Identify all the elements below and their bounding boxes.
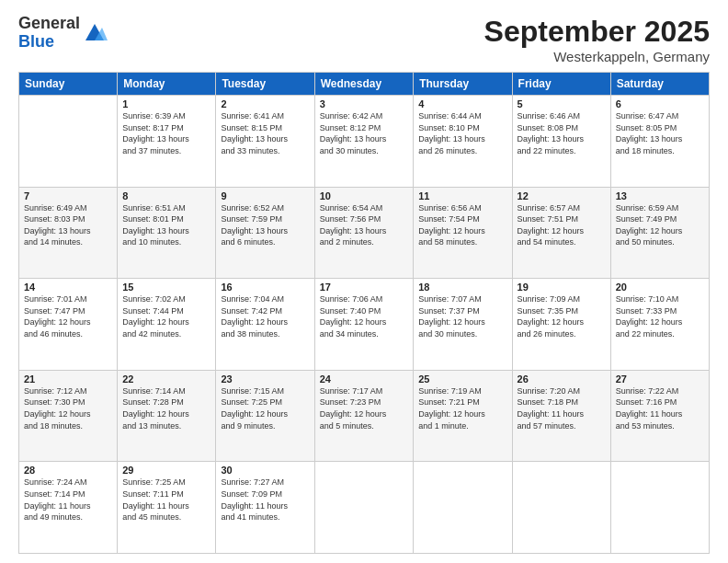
day-info: Sunrise: 7:06 AM Sunset: 7:40 PM Dayligh… bbox=[320, 293, 409, 339]
calendar-cell bbox=[314, 462, 414, 554]
header: General Blue September 2025 Westerkappel… bbox=[18, 15, 710, 64]
day-number: 7 bbox=[24, 190, 112, 201]
day-info: Sunrise: 7:02 AM Sunset: 7:44 PM Dayligh… bbox=[122, 293, 210, 339]
calendar-cell: 1Sunrise: 6:39 AM Sunset: 8:17 PM Daylig… bbox=[118, 96, 216, 188]
day-info: Sunrise: 6:52 AM Sunset: 7:59 PM Dayligh… bbox=[221, 202, 309, 248]
day-info: Sunrise: 7:24 AM Sunset: 7:14 PM Dayligh… bbox=[24, 477, 112, 523]
calendar-cell bbox=[512, 462, 610, 554]
day-info: Sunrise: 6:47 AM Sunset: 8:05 PM Dayligh… bbox=[616, 110, 704, 156]
day-info: Sunrise: 7:12 AM Sunset: 7:30 PM Dayligh… bbox=[24, 385, 112, 431]
day-number: 16 bbox=[221, 282, 309, 293]
calendar-cell: 30Sunrise: 7:27 AM Sunset: 7:09 PM Dayli… bbox=[216, 462, 314, 554]
day-info: Sunrise: 7:27 AM Sunset: 7:09 PM Dayligh… bbox=[221, 477, 309, 523]
logo-icon bbox=[82, 20, 108, 46]
calendar-cell: 24Sunrise: 7:17 AM Sunset: 7:23 PM Dayli… bbox=[314, 370, 414, 462]
day-number: 22 bbox=[122, 373, 210, 385]
day-info: Sunrise: 7:20 AM Sunset: 7:18 PM Dayligh… bbox=[518, 385, 606, 431]
calendar-cell: 23Sunrise: 7:15 AM Sunset: 7:25 PM Dayli… bbox=[216, 370, 314, 462]
day-info: Sunrise: 7:09 AM Sunset: 7:35 PM Dayligh… bbox=[518, 293, 606, 339]
calendar-cell: 14Sunrise: 7:01 AM Sunset: 7:47 PM Dayli… bbox=[19, 279, 118, 371]
day-info: Sunrise: 6:42 AM Sunset: 8:12 PM Dayligh… bbox=[320, 110, 409, 156]
weekday-header: Monday bbox=[118, 73, 216, 96]
logo-general: General bbox=[18, 15, 80, 33]
calendar-cell bbox=[610, 462, 709, 554]
day-number: 9 bbox=[221, 190, 309, 201]
day-number: 4 bbox=[418, 98, 506, 109]
day-number: 26 bbox=[518, 373, 606, 385]
day-number: 28 bbox=[24, 465, 112, 476]
calendar-cell: 29Sunrise: 7:25 AM Sunset: 7:11 PM Dayli… bbox=[118, 462, 216, 554]
location: Westerkappeln, Germany bbox=[484, 49, 710, 64]
calendar-cell: 10Sunrise: 6:54 AM Sunset: 7:56 PM Dayli… bbox=[314, 187, 414, 279]
calendar-cell: 11Sunrise: 6:56 AM Sunset: 7:54 PM Dayli… bbox=[414, 187, 512, 279]
weekday-header: Saturday bbox=[610, 73, 709, 96]
day-info: Sunrise: 6:41 AM Sunset: 8:15 PM Dayligh… bbox=[221, 110, 309, 156]
day-info: Sunrise: 7:14 AM Sunset: 7:28 PM Dayligh… bbox=[122, 385, 210, 431]
logo-blue: Blue bbox=[18, 33, 80, 52]
day-info: Sunrise: 6:44 AM Sunset: 8:10 PM Dayligh… bbox=[418, 110, 506, 156]
calendar-week-row: 1Sunrise: 6:39 AM Sunset: 8:17 PM Daylig… bbox=[19, 96, 710, 188]
calendar-cell: 9Sunrise: 6:52 AM Sunset: 7:59 PM Daylig… bbox=[216, 187, 314, 279]
calendar-week-row: 7Sunrise: 6:49 AM Sunset: 8:03 PM Daylig… bbox=[19, 187, 710, 279]
day-info: Sunrise: 7:17 AM Sunset: 7:23 PM Dayligh… bbox=[320, 385, 409, 431]
calendar-cell: 5Sunrise: 6:46 AM Sunset: 8:08 PM Daylig… bbox=[512, 96, 610, 188]
day-number: 23 bbox=[221, 373, 309, 385]
day-info: Sunrise: 6:56 AM Sunset: 7:54 PM Dayligh… bbox=[418, 202, 506, 248]
day-number: 6 bbox=[616, 98, 704, 109]
calendar-cell: 4Sunrise: 6:44 AM Sunset: 8:10 PM Daylig… bbox=[414, 96, 512, 188]
day-number: 1 bbox=[122, 98, 210, 109]
logo: General Blue bbox=[18, 15, 108, 52]
weekday-header: Thursday bbox=[414, 73, 512, 96]
weekday-header: Tuesday bbox=[216, 73, 314, 96]
day-info: Sunrise: 7:22 AM Sunset: 7:16 PM Dayligh… bbox=[616, 385, 704, 431]
calendar-cell: 21Sunrise: 7:12 AM Sunset: 7:30 PM Dayli… bbox=[19, 370, 118, 462]
weekday-header: Wednesday bbox=[314, 73, 414, 96]
day-info: Sunrise: 7:10 AM Sunset: 7:33 PM Dayligh… bbox=[616, 293, 704, 339]
day-number: 24 bbox=[320, 373, 409, 385]
calendar-week-row: 28Sunrise: 7:24 AM Sunset: 7:14 PM Dayli… bbox=[19, 462, 710, 554]
day-info: Sunrise: 7:25 AM Sunset: 7:11 PM Dayligh… bbox=[122, 477, 210, 523]
calendar-cell bbox=[414, 462, 512, 554]
day-number: 18 bbox=[418, 282, 506, 293]
day-number: 14 bbox=[24, 282, 112, 293]
calendar-cell: 22Sunrise: 7:14 AM Sunset: 7:28 PM Dayli… bbox=[118, 370, 216, 462]
day-number: 25 bbox=[418, 373, 506, 385]
day-info: Sunrise: 7:04 AM Sunset: 7:42 PM Dayligh… bbox=[221, 293, 309, 339]
calendar: SundayMondayTuesdayWednesdayThursdayFrid… bbox=[18, 72, 710, 554]
day-info: Sunrise: 7:15 AM Sunset: 7:25 PM Dayligh… bbox=[221, 385, 309, 431]
calendar-cell: 13Sunrise: 6:59 AM Sunset: 7:49 PM Dayli… bbox=[610, 187, 709, 279]
day-number: 15 bbox=[122, 282, 210, 293]
calendar-cell: 27Sunrise: 7:22 AM Sunset: 7:16 PM Dayli… bbox=[610, 370, 709, 462]
month-title: September 2025 bbox=[484, 15, 710, 49]
day-number: 27 bbox=[616, 373, 704, 385]
day-number: 21 bbox=[24, 373, 112, 385]
calendar-cell: 8Sunrise: 6:51 AM Sunset: 8:01 PM Daylig… bbox=[118, 187, 216, 279]
calendar-body: 1Sunrise: 6:39 AM Sunset: 8:17 PM Daylig… bbox=[19, 96, 710, 554]
calendar-cell: 18Sunrise: 7:07 AM Sunset: 7:37 PM Dayli… bbox=[414, 279, 512, 371]
day-number: 12 bbox=[518, 190, 606, 201]
day-number: 11 bbox=[418, 190, 506, 201]
day-number: 3 bbox=[320, 98, 409, 109]
day-info: Sunrise: 6:46 AM Sunset: 8:08 PM Dayligh… bbox=[518, 110, 606, 156]
day-number: 20 bbox=[616, 282, 704, 293]
weekday-header: Sunday bbox=[19, 73, 118, 96]
day-number: 5 bbox=[518, 98, 606, 109]
day-info: Sunrise: 7:19 AM Sunset: 7:21 PM Dayligh… bbox=[418, 385, 506, 431]
day-info: Sunrise: 6:51 AM Sunset: 8:01 PM Dayligh… bbox=[122, 202, 210, 248]
day-info: Sunrise: 7:07 AM Sunset: 7:37 PM Dayligh… bbox=[418, 293, 506, 339]
calendar-cell: 19Sunrise: 7:09 AM Sunset: 7:35 PM Dayli… bbox=[512, 279, 610, 371]
calendar-cell: 15Sunrise: 7:02 AM Sunset: 7:44 PM Dayli… bbox=[118, 279, 216, 371]
calendar-cell: 12Sunrise: 6:57 AM Sunset: 7:51 PM Dayli… bbox=[512, 187, 610, 279]
calendar-cell: 28Sunrise: 7:24 AM Sunset: 7:14 PM Dayli… bbox=[19, 462, 118, 554]
calendar-week-row: 21Sunrise: 7:12 AM Sunset: 7:30 PM Dayli… bbox=[19, 370, 710, 462]
day-number: 2 bbox=[221, 98, 309, 109]
calendar-cell: 17Sunrise: 7:06 AM Sunset: 7:40 PM Dayli… bbox=[314, 279, 414, 371]
day-info: Sunrise: 6:57 AM Sunset: 7:51 PM Dayligh… bbox=[518, 202, 606, 248]
weekday-header: Friday bbox=[512, 73, 610, 96]
day-info: Sunrise: 6:39 AM Sunset: 8:17 PM Dayligh… bbox=[122, 110, 210, 156]
calendar-cell: 20Sunrise: 7:10 AM Sunset: 7:33 PM Dayli… bbox=[610, 279, 709, 371]
day-info: Sunrise: 6:59 AM Sunset: 7:49 PM Dayligh… bbox=[616, 202, 704, 248]
day-number: 8 bbox=[122, 190, 210, 201]
calendar-cell bbox=[19, 96, 118, 188]
calendar-cell: 3Sunrise: 6:42 AM Sunset: 8:12 PM Daylig… bbox=[314, 96, 414, 188]
